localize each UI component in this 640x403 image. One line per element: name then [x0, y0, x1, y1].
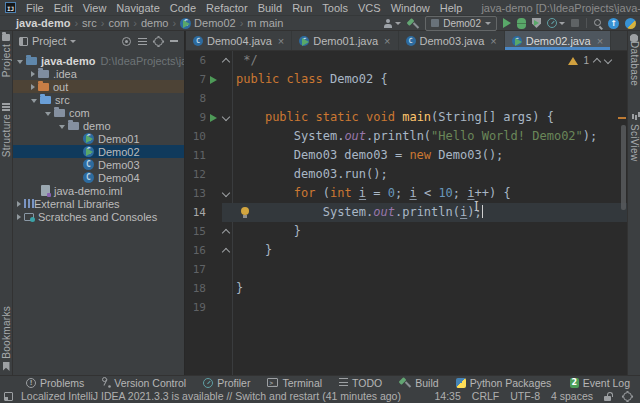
code-line-10[interactable]: 10 System.out.println("Hello World! Demo… [186, 127, 627, 146]
fold-marker-icon[interactable] [222, 113, 230, 121]
tree-chevron-closed-icon[interactable] [31, 71, 35, 77]
code-line-12[interactable]: 12 demo03.run(); [186, 165, 627, 184]
panel-settings-button[interactable] [154, 37, 163, 46]
code-line-9[interactable]: 9 public static void main(String[] args)… [186, 108, 627, 127]
tree-item-demo03[interactable]: CDemo03 [13, 158, 184, 171]
tool-window-button-todo[interactable]: TODO [339, 377, 382, 389]
run-button[interactable] [503, 18, 511, 28]
code-text[interactable]: } [232, 222, 301, 241]
tool-window-button-problems[interactable]: !Problems [26, 377, 84, 389]
code-text[interactable] [232, 89, 236, 108]
tool-window-switcher-icon[interactable] [4, 392, 13, 401]
code-text[interactable]: } [232, 279, 243, 298]
profiler-button[interactable] [547, 18, 565, 28]
tree-item-java-demo[interactable]: java-demoD:\IdeaProjects\java-demo [13, 54, 184, 67]
tree-item-external-libraries[interactable]: External Libraries [13, 197, 184, 210]
code-editor[interactable]: 6 */7public class Demo02 {89 public stat… [186, 51, 627, 317]
code-text[interactable]: } [232, 241, 272, 260]
code-text[interactable]: System.out.println("Hello World! Demo02"… [232, 127, 597, 146]
plugin-update-icon[interactable] [625, 18, 636, 29]
intention-bulb-icon[interactable] [241, 207, 249, 215]
tool-window-button-build[interactable]: Build [399, 377, 438, 389]
tool-window-button-profiler[interactable]: Profiler [203, 377, 250, 389]
breadcrumb-com[interactable]: com [108, 17, 129, 29]
tree-chevron-open-icon[interactable] [31, 99, 37, 103]
stop-button[interactable] [571, 19, 579, 27]
tab-demo01-java[interactable]: CDemo01.java× [292, 31, 398, 50]
menu-view[interactable]: View [78, 2, 112, 14]
menu-vcs[interactable]: VCS [353, 2, 386, 14]
warning-icon[interactable] [568, 57, 578, 65]
tool-window-button-terminal[interactable]: >_Terminal [267, 377, 322, 389]
menu-run[interactable]: Run [287, 2, 317, 14]
code-text[interactable]: Demo03 demo03 = new Demo03(); [232, 146, 503, 165]
breadcrumb-demo02[interactable]: CDemo02 [180, 17, 236, 29]
tree-item-com[interactable]: com [13, 106, 184, 119]
update-available-button[interactable]: ↑ [608, 18, 619, 29]
menu-window[interactable]: Window [386, 2, 435, 14]
tab-demo03-java[interactable]: CDemo03.java× [399, 31, 505, 50]
build-project-button[interactable] [407, 18, 419, 29]
debug-button[interactable] [517, 18, 526, 29]
code-text[interactable]: demo03.run(); [232, 165, 388, 184]
next-problem-button[interactable] [604, 55, 612, 63]
menu-file[interactable]: File [21, 2, 49, 14]
tab-close-icon[interactable]: × [597, 36, 603, 46]
code-line-18[interactable]: 18} [186, 279, 627, 298]
tab-demo04-java[interactable]: CDemo04.java× [186, 31, 292, 50]
code-line-6[interactable]: 6 */ [186, 51, 627, 70]
tree-chevron-closed-icon[interactable] [17, 201, 21, 207]
tab-close-icon[interactable]: × [490, 36, 496, 46]
menu-tools[interactable]: Tools [317, 2, 353, 14]
tool-window-button-python-packages[interactable]: Python Packages [456, 377, 552, 389]
caret-position[interactable]: 14:35 [435, 390, 461, 402]
tool-stripe-structure[interactable]: Structure [1, 103, 12, 157]
code-line-16[interactable]: 16 } [186, 241, 627, 260]
code-line-14[interactable]: 14 System.out.println(i); [186, 203, 627, 222]
indent-setting[interactable]: 4 spaces [551, 390, 593, 402]
project-panel-title[interactable]: Project [32, 35, 66, 47]
breadcrumb-src[interactable]: src [82, 17, 97, 29]
tree-chevron-closed-icon[interactable] [31, 84, 35, 90]
code-text[interactable] [232, 298, 236, 317]
locate-file-button[interactable] [122, 37, 131, 46]
menu-code[interactable]: Code [165, 2, 201, 14]
fold-marker-icon[interactable] [222, 58, 230, 66]
chevron-down-icon[interactable] [70, 40, 76, 43]
breadcrumb-main[interactable]: mmain [247, 17, 283, 29]
hide-panel-button[interactable] [170, 40, 178, 42]
code-line-17[interactable]: 17 [186, 260, 627, 279]
tool-stripe-sciview[interactable]: SciView [629, 112, 640, 162]
error-stripe-warning-mark[interactable] [618, 117, 626, 119]
run-configuration-select[interactable]: Demo02 [425, 16, 497, 31]
menu-build[interactable]: Build [253, 2, 287, 14]
tool-stripe-project[interactable]: Project [1, 34, 12, 77]
tool-stripe-bookmarks[interactable]: Bookmarks [1, 306, 12, 371]
tree-item-idea[interactable]: .idea [13, 67, 184, 80]
search-everywhere-button[interactable] [594, 19, 602, 27]
tree-chevron-open-icon[interactable] [17, 60, 23, 64]
run-line-icon[interactable] [210, 114, 217, 122]
code-line-19[interactable]: 19 [186, 298, 627, 317]
code-text[interactable]: System.out.println(i); [232, 203, 483, 222]
highlighting-level-icon[interactable] [623, 392, 632, 401]
fold-marker-icon[interactable] [222, 189, 230, 197]
menu-navigate[interactable]: Navigate [111, 2, 164, 14]
tab-demo02-java[interactable]: CDemo02.java× [505, 31, 611, 50]
fold-marker-icon[interactable] [222, 229, 230, 237]
code-line-7[interactable]: 7public class Demo02 { [186, 70, 627, 89]
code-text[interactable]: public class Demo02 { [232, 70, 388, 89]
tree-item-src[interactable]: src [13, 93, 184, 106]
code-with-me-button[interactable] [383, 19, 401, 28]
code-text[interactable]: */ [232, 51, 258, 70]
breadcrumb-java-demo[interactable]: java-demo [16, 17, 70, 29]
menu-edit[interactable]: Edit [49, 2, 78, 14]
run-line-icon[interactable] [210, 76, 217, 84]
tree-item-demo02[interactable]: CDemo02 [13, 145, 184, 158]
tree-chevron-open-icon[interactable] [45, 112, 51, 116]
readonly-lock-icon[interactable] [604, 396, 611, 401]
tree-item-demo[interactable]: demo [13, 119, 184, 132]
code-line-11[interactable]: 11 Demo03 demo03 = new Demo03(); [186, 146, 627, 165]
previous-problem-button[interactable] [593, 58, 601, 66]
tree-item-scratches-and-consoles[interactable]: Scratches and Consoles [13, 210, 184, 223]
